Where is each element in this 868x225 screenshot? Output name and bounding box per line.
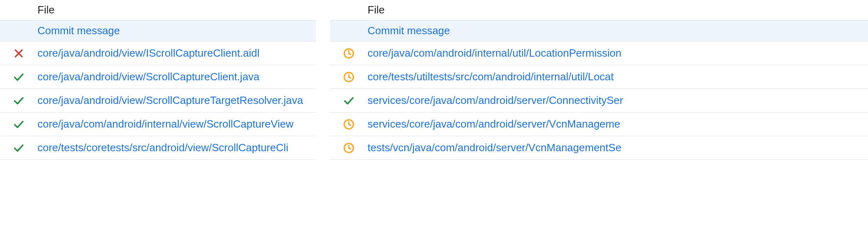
commit-message-link[interactable]: Commit message [368, 24, 868, 37]
file-path-link[interactable]: core/java/android/view/ScrollCaptureTarg… [37, 94, 316, 107]
file-path-link[interactable]: services/core/java/com/android/server/Co… [368, 94, 868, 107]
file-row[interactable]: core/java/android/view/IScrollCaptureCli… [0, 42, 316, 65]
status-icon-cell [0, 95, 37, 107]
commit-message-row[interactable]: Commit message [330, 20, 868, 42]
file-row[interactable]: services/core/java/com/android/server/Vc… [330, 112, 868, 136]
commit-message-link[interactable]: Commit message [37, 24, 316, 37]
status-icon-cell [0, 48, 37, 59]
check-icon [13, 118, 25, 130]
status-icon-cell [330, 118, 368, 130]
clock-icon [343, 118, 355, 130]
check-icon [13, 71, 25, 83]
file-row[interactable]: core/tests/utiltests/src/com/android/int… [330, 65, 868, 89]
header-row: File [0, 0, 316, 20]
clock-icon [343, 47, 355, 60]
file-panel-left: File Commit message core/java/android/vi… [0, 0, 316, 225]
file-row[interactable]: core/tests/coretests/src/android/view/Sc… [0, 136, 316, 160]
header-row: File [330, 0, 868, 20]
status-icon-cell [330, 47, 368, 60]
file-panel-right: File Commit message core/java/com/androi… [330, 0, 868, 225]
file-path-link[interactable]: core/tests/coretests/src/android/view/Sc… [37, 141, 316, 154]
check-icon [13, 142, 25, 154]
status-icon-cell [0, 71, 37, 83]
status-icon-cell [330, 71, 368, 83]
file-path-link[interactable]: core/java/android/view/ScrollCaptureClie… [37, 71, 316, 83]
file-path-link[interactable]: core/java/com/android/internal/view/Scro… [37, 118, 316, 130]
file-row[interactable]: core/java/android/view/ScrollCaptureTarg… [0, 89, 316, 112]
file-row[interactable]: tests/vcn/java/com/android/server/VcnMan… [330, 136, 868, 160]
file-row[interactable]: core/java/com/android/internal/util/Loca… [330, 42, 868, 65]
status-icon-cell [0, 142, 37, 154]
check-icon [13, 95, 25, 107]
header-file-label: File [37, 4, 316, 16]
status-icon-cell [330, 142, 368, 154]
file-row[interactable]: core/java/com/android/internal/view/Scro… [0, 112, 316, 136]
file-path-link[interactable]: tests/vcn/java/com/android/server/VcnMan… [368, 141, 868, 154]
file-path-link[interactable]: core/java/android/view/IScrollCaptureCli… [37, 47, 316, 60]
file-path-link[interactable]: services/core/java/com/android/server/Vc… [368, 118, 868, 130]
file-path-link[interactable]: core/java/com/android/internal/util/Loca… [368, 47, 868, 60]
clock-icon [343, 142, 355, 154]
file-row[interactable]: services/core/java/com/android/server/Co… [330, 89, 868, 112]
status-icon-cell [0, 118, 37, 130]
check-icon [343, 95, 355, 107]
header-file-label: File [368, 4, 868, 16]
commit-message-row[interactable]: Commit message [0, 20, 316, 42]
clock-icon [343, 71, 355, 83]
file-path-link[interactable]: core/tests/utiltests/src/com/android/int… [368, 71, 868, 83]
status-icon-cell [330, 95, 368, 107]
cross-icon [13, 48, 24, 59]
file-row[interactable]: core/java/android/view/ScrollCaptureClie… [0, 65, 316, 89]
